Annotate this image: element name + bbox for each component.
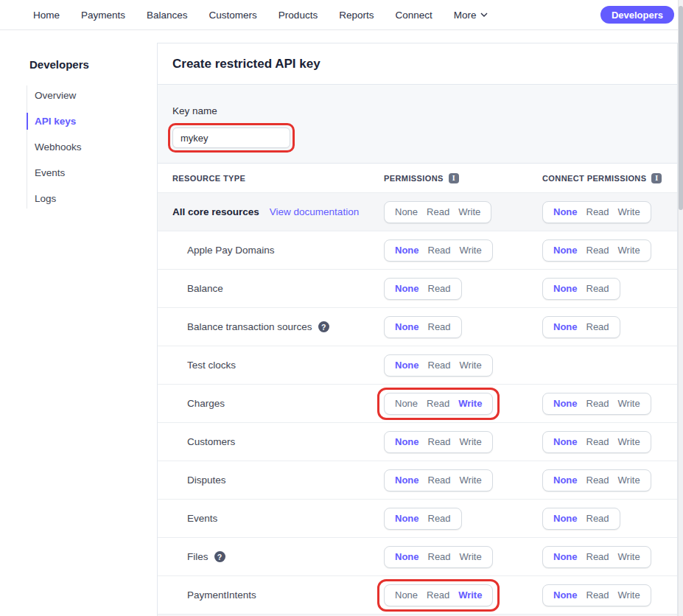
permissions-option-read[interactable]: Read xyxy=(427,398,449,409)
permissions-segmented-control: NoneRead xyxy=(384,316,462,338)
connect-permissions-option-none[interactable]: None xyxy=(553,283,578,294)
permissions-option-none[interactable]: None xyxy=(395,551,419,562)
vertical-scrollbar[interactable] xyxy=(678,0,683,616)
permissions-option-none[interactable]: None xyxy=(395,513,419,524)
permissions-option-none[interactable]: None xyxy=(395,245,419,256)
developers-button[interactable]: Developers xyxy=(600,6,674,24)
permissions-option-none[interactable]: None xyxy=(395,398,418,409)
connect-permissions-option-write[interactable]: Write xyxy=(618,551,640,562)
nav-balances[interactable]: Balances xyxy=(147,10,188,21)
app-screen: Home Payments Balances Customers Product… xyxy=(0,0,683,616)
permissions-cell: NoneRead xyxy=(384,508,542,530)
connect-permissions-option-none[interactable]: None xyxy=(553,589,578,601)
permissions-option-write[interactable]: Write xyxy=(460,360,482,371)
connect-permissions-cell: NoneReadWrite xyxy=(542,546,677,568)
permissions-option-none[interactable]: None xyxy=(395,360,419,371)
table-row: PaymentIntentsNoneReadWriteNoneReadWrite xyxy=(158,576,677,615)
connect-permissions-option-read[interactable]: Read xyxy=(586,513,609,524)
permissions-option-read[interactable]: Read xyxy=(427,589,449,601)
connect-permissions-option-none[interactable]: None xyxy=(553,475,578,486)
permissions-option-read[interactable]: Read xyxy=(428,551,451,562)
permissions-segmented-control: NoneReadWrite xyxy=(384,546,493,568)
permissions-option-write[interactable]: Write xyxy=(460,436,482,447)
permissions-option-none[interactable]: None xyxy=(395,436,419,447)
permissions-option-write[interactable]: Write xyxy=(460,475,482,486)
connect-permissions-option-write[interactable]: Write xyxy=(618,589,640,601)
nav-customers[interactable]: Customers xyxy=(209,10,257,21)
scrollbar-thumb[interactable] xyxy=(679,6,683,210)
connect-permissions-option-write[interactable]: Write xyxy=(618,398,640,409)
permissions-segmented-control: NoneReadWrite xyxy=(384,201,491,223)
connect-permissions-option-read[interactable]: Read xyxy=(586,475,609,486)
permissions-option-read[interactable]: Read xyxy=(428,360,451,371)
connect-permissions-option-none[interactable]: None xyxy=(553,398,578,409)
nav-products[interactable]: Products xyxy=(279,10,318,21)
resource-cell: Balance transaction sources? xyxy=(172,321,384,332)
sidebar-item-events[interactable]: Events xyxy=(27,163,157,183)
connect-permissions-segmented-control: NoneRead xyxy=(542,316,620,338)
annotation-highlight-key-name xyxy=(168,123,295,153)
permissions-option-read[interactable]: Read xyxy=(427,206,449,217)
column-permissions-label: PERMISSIONS xyxy=(384,174,444,183)
help-icon[interactable]: ? xyxy=(214,551,225,562)
permissions-option-read[interactable]: Read xyxy=(428,245,451,256)
nav-more[interactable]: More xyxy=(454,10,488,21)
permissions-option-none[interactable]: None xyxy=(395,283,419,294)
connect-permissions-option-none[interactable]: None xyxy=(553,551,578,562)
view-documentation-link[interactable]: View documentation xyxy=(270,206,359,217)
column-resource-type: RESOURCE TYPE xyxy=(172,174,384,183)
connect-permissions-option-none[interactable]: None xyxy=(553,206,578,217)
connect-permissions-option-none[interactable]: None xyxy=(553,321,578,332)
connect-permissions-option-write[interactable]: Write xyxy=(618,436,640,447)
permissions-option-write[interactable]: Write xyxy=(458,589,482,601)
connect-permissions-option-none[interactable]: None xyxy=(553,436,578,447)
connect-permissions-option-write[interactable]: Write xyxy=(618,475,640,486)
annotation-highlight: NoneReadWrite xyxy=(377,579,500,612)
nav-home[interactable]: Home xyxy=(33,10,60,21)
connect-permissions-cell: NoneReadWrite xyxy=(542,431,677,453)
nav-reports[interactable]: Reports xyxy=(339,10,374,21)
nav-connect[interactable]: Connect xyxy=(395,10,432,21)
connect-permissions-option-none[interactable]: None xyxy=(553,245,578,256)
permissions-option-read[interactable]: Read xyxy=(428,475,451,486)
sidebar-item-webhooks[interactable]: Webhooks xyxy=(27,137,157,157)
connect-permissions-option-read[interactable]: Read xyxy=(586,436,609,447)
permissions-option-write[interactable]: Write xyxy=(460,245,482,256)
connect-permissions-option-write[interactable]: Write xyxy=(618,206,640,217)
column-connect-permissions-label: CONNECT PERMISSIONS xyxy=(542,174,646,183)
sidebar-item-overview[interactable]: Overview xyxy=(27,85,157,105)
permissions-option-read[interactable]: Read xyxy=(428,283,451,294)
permissions-option-read[interactable]: Read xyxy=(428,436,451,447)
connect-permissions-option-read[interactable]: Read xyxy=(586,589,609,601)
connect-permissions-option-read[interactable]: Read xyxy=(586,398,609,409)
connect-permissions-option-read[interactable]: Read xyxy=(586,551,609,562)
permissions-cell: NoneReadWrite xyxy=(384,584,542,607)
connect-permissions-option-read[interactable]: Read xyxy=(586,321,609,332)
permissions-option-write[interactable]: Write xyxy=(458,398,482,409)
sidebar-item-logs[interactable]: Logs xyxy=(27,189,157,209)
connect-permissions-segmented-control: NoneReadWrite xyxy=(542,239,651,262)
connect-permissions-option-none[interactable]: None xyxy=(553,513,578,524)
key-name-input[interactable] xyxy=(172,127,290,148)
connect-permissions-cell: NoneReadWrite xyxy=(542,584,677,606)
resource-label: Charges xyxy=(187,398,225,409)
connect-permissions-option-read[interactable]: Read xyxy=(586,245,609,256)
info-icon[interactable]: i xyxy=(449,173,459,183)
permissions-option-none[interactable]: None xyxy=(395,206,418,217)
permissions-option-read[interactable]: Read xyxy=(428,513,451,524)
help-icon[interactable]: ? xyxy=(318,321,329,332)
nav-payments[interactable]: Payments xyxy=(81,10,125,21)
permissions-option-write[interactable]: Write xyxy=(460,551,482,562)
permissions-option-read[interactable]: Read xyxy=(428,321,451,332)
nav-more-label: More xyxy=(454,10,477,21)
permissions-option-write[interactable]: Write xyxy=(458,206,480,217)
connect-permissions-option-read[interactable]: Read xyxy=(586,283,609,294)
permissions-option-none[interactable]: None xyxy=(395,589,418,601)
key-name-label: Key name xyxy=(172,105,677,116)
permissions-option-none[interactable]: None xyxy=(395,321,419,332)
permissions-option-none[interactable]: None xyxy=(395,475,419,486)
connect-permissions-option-read[interactable]: Read xyxy=(586,206,609,217)
info-icon[interactable]: i xyxy=(651,173,662,183)
connect-permissions-option-write[interactable]: Write xyxy=(618,245,640,256)
sidebar-item-api-keys[interactable]: API keys xyxy=(27,111,157,131)
